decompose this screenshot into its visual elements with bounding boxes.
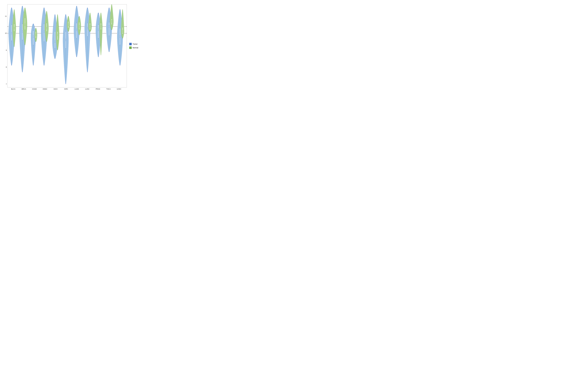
violin-svg-KIRC <box>62 4 72 87</box>
plot-with-yaxis: 1110987 Tumor Normal <box>4 4 144 87</box>
svg-point-49 <box>77 29 77 31</box>
x-label-KIRC: KIRC <box>61 87 71 90</box>
x-label-PRAD: PRAD <box>93 87 103 90</box>
legend: Tumor Normal <box>129 43 144 49</box>
x-label-LUAD: LUAD <box>71 87 82 90</box>
x-label-COAD: COAD <box>29 87 40 90</box>
svg-point-53 <box>79 25 79 27</box>
svg-point-13 <box>25 24 25 26</box>
svg-point-73 <box>109 25 109 27</box>
violin-group-LUSC <box>83 4 94 87</box>
violin-group-THCA <box>105 4 116 87</box>
svg-rect-32 <box>55 32 55 48</box>
violin-svg-LUSC <box>83 4 94 87</box>
svg-point-29 <box>47 27 47 29</box>
legend-box-tumor <box>129 43 132 45</box>
svg-point-69 <box>101 25 101 27</box>
svg-rect-56 <box>87 23 87 37</box>
y-tick-7: 7 <box>6 83 7 85</box>
svg-point-85 <box>122 30 123 33</box>
plot-area-wrapper: 1110987 Tumor Normal <box>4 4 144 90</box>
plot-canvas <box>7 4 127 87</box>
svg-point-57 <box>87 27 87 29</box>
violin-group-COAD <box>29 4 40 87</box>
x-axis-labels: BLCABRCACOADHNSCKICHKIRCLUADLUSCPRADTHCA… <box>8 87 124 90</box>
svg-rect-72 <box>109 22 109 36</box>
x-label-BRCA: BRCA <box>18 87 29 90</box>
violin-svg-COAD <box>29 4 40 87</box>
violin-svg-HNSC <box>40 4 51 87</box>
x-label-KICH: KICH <box>50 87 61 90</box>
violin-svg-PRAD <box>94 4 105 87</box>
violin-group-LUAD <box>72 4 83 87</box>
svg-point-33 <box>55 41 55 42</box>
x-label-HNSC: HNSC <box>40 87 50 90</box>
y-tick-10: 10 <box>5 32 7 34</box>
svg-point-65 <box>98 29 98 31</box>
svg-rect-64 <box>98 25 98 38</box>
chart-body: 1110987 Tumor Normal <box>3 4 144 90</box>
legend-item-tumor: Tumor <box>129 43 144 45</box>
svg-point-1 <box>11 32 12 34</box>
svg-point-25 <box>44 30 44 33</box>
y-tick-9: 9 <box>6 49 7 51</box>
svg-point-37 <box>57 34 58 36</box>
x-label-UCEC: UCEC <box>114 87 124 90</box>
chart-container: 1110987 Tumor Normal <box>3 2 144 90</box>
violin-group-KICH <box>51 4 62 87</box>
violin-group-KIRC <box>62 4 72 87</box>
svg-point-5 <box>14 27 14 29</box>
svg-point-77 <box>112 20 112 22</box>
legend-label-normal: Normal <box>133 47 138 49</box>
svg-point-41 <box>66 39 66 41</box>
svg-point-21 <box>36 34 36 36</box>
y-tick-11: 11 <box>5 16 7 17</box>
svg-rect-16 <box>33 31 34 45</box>
svg-point-9 <box>22 30 23 33</box>
violin-svg-KICH <box>51 4 62 87</box>
x-label-THCA: THCA <box>103 87 114 90</box>
y-ticks: 1110987 <box>4 4 7 87</box>
x-label-BLCA: BLCA <box>8 87 18 90</box>
svg-rect-24 <box>44 24 44 42</box>
violin-svg-BRCA <box>18 4 29 87</box>
svg-point-17 <box>33 36 33 38</box>
violin-svg-BLCA <box>8 4 18 87</box>
legend-label-tumor: Tumor <box>133 43 138 45</box>
svg-point-81 <box>120 36 120 38</box>
violin-group-PRAD <box>94 4 105 87</box>
violin-svg-LUAD <box>72 4 83 87</box>
svg-point-45 <box>68 24 69 26</box>
violin-group-UCEC <box>116 4 127 87</box>
svg-point-61 <box>90 25 90 27</box>
violin-svg-UCEC <box>116 4 127 87</box>
violin-group-BRCA <box>18 4 29 87</box>
legend-item-normal: Normal <box>129 47 144 49</box>
legend-box-normal <box>129 47 132 49</box>
violin-group-BLCA <box>8 4 18 87</box>
x-label-LUSC: LUSC <box>82 87 93 90</box>
violin-group-HNSC <box>40 4 51 87</box>
y-tick-8: 8 <box>6 66 7 68</box>
violin-svg-THCA <box>105 4 116 87</box>
